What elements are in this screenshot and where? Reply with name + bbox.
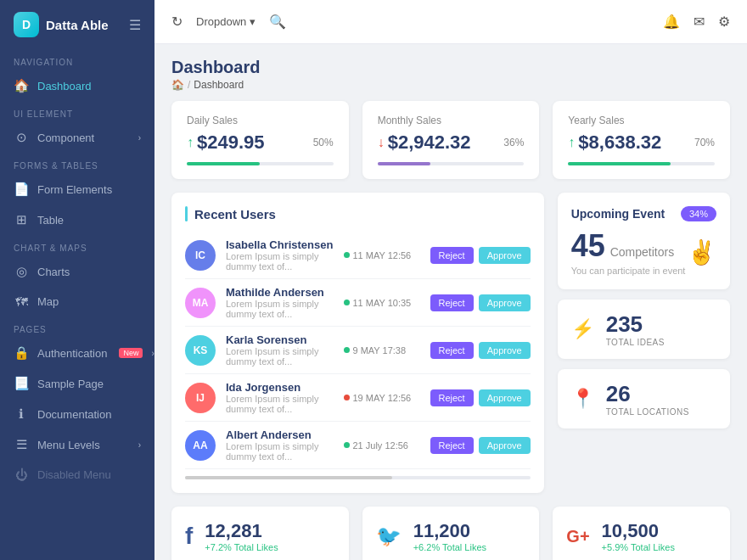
sidebar-item-menu-label: Menu Levels	[37, 439, 100, 451]
googleplus-stats: 10,500 +5.9% Total Likes	[602, 520, 675, 552]
googleplus-number: 10,500	[602, 520, 675, 542]
reject-button-1[interactable]: Reject	[430, 294, 474, 311]
sidebar-item-table[interactable]: ⊞ Table	[0, 204, 154, 235]
logo-text: Datta Able	[46, 18, 109, 32]
time-text-3: 19 MAY 12:56	[353, 393, 412, 403]
approve-button-0[interactable]: Approve	[479, 247, 531, 264]
avatar-4: AA	[185, 430, 216, 461]
stats-row: Daily Sales ↑ $249.95 50% Monthly Sales …	[171, 101, 730, 179]
home-icon: 🏠	[14, 78, 29, 93]
avatar-3: IJ	[185, 383, 216, 413]
user-row-2: KS Karla Sorensen Lorem Ipsum is simply …	[185, 327, 531, 374]
sidebar-item-charts[interactable]: ◎ Charts	[0, 256, 154, 287]
user-name-3: Ida Jorgensen	[226, 381, 334, 394]
facebook-percent: +7.2% Total Likes	[205, 542, 278, 552]
map-icon: 🗺	[14, 294, 29, 309]
user-actions-0: Reject Approve	[430, 247, 531, 264]
reject-button-3[interactable]: Reject	[430, 389, 474, 406]
event-number: 45 Competitors	[571, 228, 686, 264]
sidebar-item-sample-page[interactable]: 📃 Sample Page	[0, 368, 154, 399]
content-area: Dashboard 🏠 / Dashboard Daily Sales ↑ $2…	[154, 44, 747, 560]
approve-button-3[interactable]: Approve	[479, 389, 531, 406]
total-locations-label: TOTAL LOCATIONS	[606, 407, 689, 417]
time-text-1: 11 MAY 10:35	[353, 298, 412, 308]
user-row-4: AA Albert Andersen Lorem Ipsum is simply…	[185, 422, 531, 469]
user-info-1: Mathilde Andersen Lorem Ipsum is simply …	[226, 286, 334, 319]
user-actions-4: Reject Approve	[430, 437, 531, 454]
user-actions-1: Reject Approve	[430, 294, 531, 311]
user-name-4: Albert Andersen	[226, 428, 334, 441]
facebook-number: 12,281	[205, 520, 278, 542]
user-desc-3: Lorem Ipsum is simply dummy text of...	[226, 394, 334, 414]
breadcrumb-home-icon: 🏠	[171, 79, 184, 91]
twitter-icon: 🐦	[376, 524, 402, 548]
component-icon: ⊙	[14, 130, 29, 145]
sidebar-item-menu-levels[interactable]: ☰ Menu Levels ›	[0, 429, 154, 460]
user-actions-3: Reject Approve	[430, 389, 531, 406]
approve-button-2[interactable]: Approve	[479, 342, 531, 359]
sidebar-item-authentication[interactable]: 🔒 Authentication New ›	[0, 338, 154, 368]
sidebar-item-component-label: Component	[37, 132, 94, 144]
recent-users-card: Recent Users IC Isabella Christensen Lor…	[171, 193, 544, 493]
mail-icon[interactable]: ✉	[694, 14, 705, 30]
page-header: Dashboard 🏠 / Dashboard	[171, 58, 730, 91]
reject-button-0[interactable]: Reject	[430, 247, 474, 264]
form-icon: 📄	[14, 182, 29, 197]
recent-users-label: Recent Users	[194, 207, 276, 221]
approve-button-1[interactable]: Approve	[479, 294, 531, 311]
daily-sales-value: $249.95	[197, 132, 265, 154]
sidebar-item-sample-label: Sample Page	[37, 378, 104, 390]
googleplus-percent: +5.9% Total Likes	[602, 542, 675, 552]
settings-icon[interactable]: ⚙	[718, 14, 730, 30]
googleplus-icon: G+	[566, 527, 589, 546]
scroll-indicator	[185, 476, 531, 479]
gp-likes-percent: +5.9%	[602, 542, 629, 552]
event-count: 45	[571, 228, 605, 264]
user-name-1: Mathilde Andersen	[226, 286, 334, 299]
dropdown-label: Dropdown	[196, 15, 246, 28]
sidebar-item-table-label: Table	[37, 214, 64, 227]
total-ideas-card: ⚡ 235 TOTAL IDEAS	[558, 300, 730, 359]
table-icon: ⊞	[14, 212, 29, 227]
logo-icon: D	[14, 12, 39, 37]
reject-button-2[interactable]: Reject	[430, 342, 474, 359]
dot-red-3	[344, 395, 350, 400]
sidebar-item-documentation[interactable]: ℹ Documentation	[0, 399, 154, 429]
approve-button-4[interactable]: Approve	[479, 437, 531, 454]
user-row-3: IJ Ida Jorgensen Lorem Ipsum is simply d…	[185, 374, 531, 422]
nav-section-label: NAVIGATION	[0, 49, 154, 70]
dot-green-0	[344, 252, 350, 258]
sidebar-item-dashboard[interactable]: 🏠 Dashboard	[0, 70, 154, 101]
yearly-sales-value-row: ↑ $8,638.32 70%	[568, 132, 715, 154]
user-desc-1: Lorem Ipsum is simply dummy text of...	[226, 299, 334, 319]
new-badge: New	[119, 348, 143, 358]
menu-chevron-icon: ›	[138, 440, 141, 450]
user-time-0: 11 MAY 12:56	[344, 250, 420, 260]
twitter-stats: 11,200 +6.2% Total Likes	[413, 520, 486, 552]
user-row-0: IC Isabella Christensen Lorem Ipsum is s…	[185, 232, 531, 279]
forms-section-label: FORMS & TABLES	[0, 153, 154, 174]
avatar-2: KS	[185, 335, 216, 366]
hamburger-icon[interactable]: ☰	[129, 17, 141, 33]
user-info-4: Albert Andersen Lorem Ipsum is simply du…	[226, 428, 334, 462]
victory-icon: ✌️	[687, 238, 716, 266]
dropdown-button[interactable]: Dropdown ▾	[196, 15, 256, 28]
tw-likes-percent: +6.2%	[413, 542, 441, 552]
menu-icon: ☰	[14, 437, 29, 452]
reject-button-4[interactable]: Reject	[430, 437, 474, 454]
monthly-progress-fill	[378, 162, 430, 165]
search-icon[interactable]: 🔍	[269, 14, 286, 30]
refresh-icon[interactable]: ↻	[171, 14, 183, 30]
sidebar-item-map[interactable]: 🗺 Map	[0, 287, 154, 316]
daily-progress-fill	[187, 162, 260, 165]
sidebar-item-form-elements[interactable]: 📄 Form Elements	[0, 174, 154, 204]
lightning-icon: ⚡	[571, 318, 594, 340]
event-participate-text: You can participate in event	[571, 266, 686, 276]
time-text-4: 21 July 12:56	[353, 440, 408, 451]
bell-icon[interactable]: 🔔	[663, 14, 680, 30]
avatar-1: MA	[185, 288, 216, 318]
topbar-right: 🔔 ✉ ⚙	[663, 14, 730, 30]
monthly-arrow-icon: ↓	[378, 135, 385, 150]
sidebar-item-component[interactable]: ⊙ Component ›	[0, 122, 154, 153]
auth-chevron-icon: ›	[151, 349, 154, 358]
